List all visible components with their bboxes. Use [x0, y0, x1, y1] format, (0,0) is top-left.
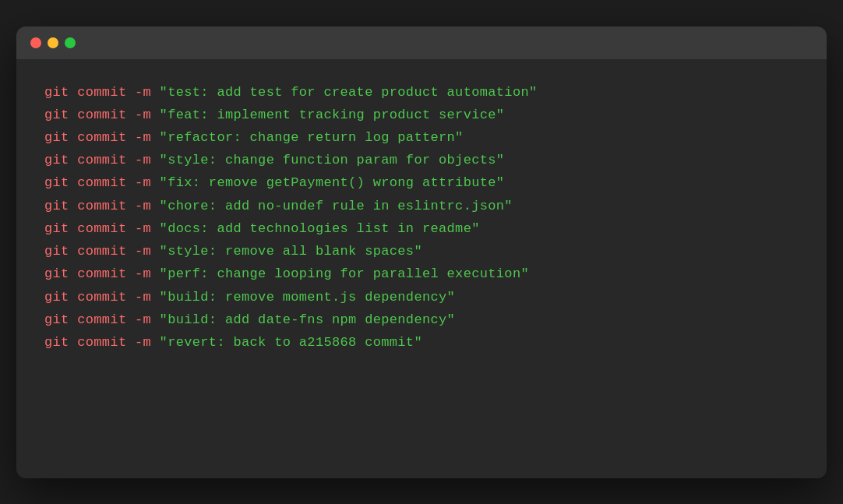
- commit-message: "docs: add technologies list in readme": [160, 221, 480, 236]
- commit-flag: -m: [135, 199, 151, 213]
- commit-message: "build: remove moment.js dependency": [160, 290, 456, 305]
- commit-subcommand: commit: [77, 130, 126, 145]
- terminal-body: git commit -m "test: add test for create…: [16, 59, 827, 382]
- commit-flag: -m: [135, 290, 151, 305]
- terminal-line: git commit -m "docs: add technologies li…: [44, 217, 799, 240]
- commit-flag: -m: [135, 107, 151, 122]
- commit-message: "perf: change looping for parallel execu…: [160, 266, 529, 281]
- commit-message: "fix: remove getPayment() wrong attribut…: [160, 175, 505, 190]
- commit-message: "build: add date-fns npm dependency": [160, 312, 456, 327]
- commit-subcommand: commit: [77, 266, 126, 281]
- terminal-line: git commit -m "perf: change looping for …: [44, 263, 799, 285]
- commit-flag: -m: [135, 266, 151, 281]
- commit-subcommand: commit: [77, 335, 126, 350]
- commit-flag: -m: [135, 175, 151, 190]
- commit-message: "revert: back to a215868 commit": [160, 335, 422, 350]
- terminal-line: git commit -m "build: add date-fns npm d…: [44, 308, 799, 331]
- commit-flag: -m: [135, 244, 151, 259]
- commit-message: "test: add test for create product autom…: [160, 85, 538, 100]
- commit-message: "chore: add no-undef rule in eslintrc.js…: [160, 199, 513, 213]
- git-command: git: [44, 266, 69, 281]
- minimize-button[interactable]: [48, 37, 58, 48]
- terminal-titlebar: [16, 26, 827, 59]
- commit-subcommand: commit: [77, 85, 126, 100]
- commit-flag: -m: [135, 312, 151, 327]
- commit-flag: -m: [135, 221, 151, 236]
- commit-subcommand: commit: [77, 244, 126, 259]
- commit-message: "refactor: change return log pattern": [160, 130, 464, 145]
- commit-subcommand: commit: [77, 107, 126, 122]
- terminal-line: git commit -m "chore: add no-undef rule …: [44, 195, 799, 217]
- git-command: git: [44, 199, 69, 213]
- commit-subcommand: commit: [77, 175, 126, 190]
- terminal-line: git commit -m "build: remove moment.js d…: [44, 286, 799, 308]
- commit-subcommand: commit: [77, 199, 126, 213]
- terminal-line: git commit -m "feat: implement tracking …: [44, 104, 799, 126]
- maximize-button[interactable]: [65, 37, 76, 48]
- commit-subcommand: commit: [77, 221, 126, 236]
- commit-subcommand: commit: [77, 312, 126, 327]
- commit-subcommand: commit: [77, 153, 126, 167]
- commit-message: "style: remove all blank spaces": [160, 244, 422, 259]
- terminal-line: git commit -m "refactor: change return l…: [44, 126, 799, 149]
- git-command: git: [44, 221, 69, 236]
- terminal-line: git commit -m "revert: back to a215868 c…: [44, 331, 799, 354]
- git-command: git: [44, 175, 69, 190]
- commit-flag: -m: [135, 153, 151, 167]
- commit-message: "style: change function param for object…: [160, 153, 505, 167]
- commit-flag: -m: [135, 335, 151, 350]
- commit-flag: -m: [135, 85, 151, 100]
- terminal-line: git commit -m "test: add test for create…: [44, 81, 799, 104]
- commit-message: "feat: implement tracking product servic…: [160, 107, 505, 122]
- git-command: git: [44, 85, 69, 100]
- terminal-line: git commit -m "style: remove all blank s…: [44, 240, 799, 263]
- close-button[interactable]: [30, 37, 41, 48]
- git-command: git: [44, 130, 69, 145]
- git-command: git: [44, 244, 69, 259]
- git-command: git: [44, 153, 69, 167]
- git-command: git: [44, 107, 69, 122]
- git-command: git: [44, 312, 69, 327]
- terminal-line: git commit -m "fix: remove getPayment() …: [44, 171, 799, 194]
- terminal-line: git commit -m "style: change function pa…: [44, 149, 799, 171]
- git-command: git: [44, 335, 69, 350]
- terminal-window: git commit -m "test: add test for create…: [16, 26, 827, 478]
- commit-flag: -m: [135, 130, 151, 145]
- git-command: git: [44, 290, 69, 305]
- commit-subcommand: commit: [77, 290, 126, 305]
